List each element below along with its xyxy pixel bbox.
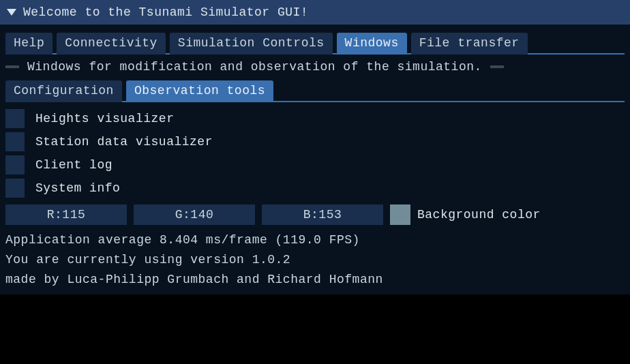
main-window: Welcome to the Tsunami Simulator GUI! He… [0, 0, 630, 294]
checkbox-label: System info [35, 181, 120, 195]
bg-color-swatch[interactable] [390, 204, 410, 225]
sub-tabbar: Configuration Observation tools [5, 80, 625, 102]
checkbox-heights-visualizer[interactable] [5, 109, 25, 128]
bg-color-g-field[interactable]: G:140 [134, 204, 255, 225]
checkbox-row-client-log: Client log [5, 155, 625, 175]
checkbox-system-info[interactable] [5, 179, 25, 198]
window-content: Help Connectivity Simulation Controls Wi… [0, 25, 630, 294]
window-title: Welcome to the Tsunami Simulator GUI! [23, 5, 308, 19]
checkbox-row-station-data-visualizer: Station data visualizer [5, 132, 625, 151]
tab-windows[interactable]: Windows [337, 33, 407, 55]
section-header-text: Windows for modification and observation… [27, 60, 482, 74]
status-block: Application average 8.404 ms/frame (119.… [5, 230, 625, 289]
observation-tools-panel: Heights visualizer Station data visualiz… [5, 109, 625, 198]
checkbox-row-system-info: System info [5, 179, 625, 198]
collapse-triangle-icon[interactable] [7, 9, 16, 16]
checkbox-label: Station data visualizer [35, 135, 213, 149]
status-perf-line: Application average 8.404 ms/frame (119.… [5, 230, 625, 250]
checkbox-client-log[interactable] [5, 155, 25, 175]
section-header: Windows for modification and observation… [5, 60, 625, 74]
bg-color-b-field[interactable]: B:153 [262, 204, 383, 225]
tab-help[interactable]: Help [5, 33, 52, 55]
checkbox-station-data-visualizer[interactable] [5, 132, 25, 151]
status-credits-line: made by Luca-Philipp Grumbach and Richar… [5, 270, 625, 290]
main-tabbar: Help Connectivity Simulation Controls Wi… [5, 33, 625, 55]
status-version-line: You are currently using version 1.0.2 [5, 250, 625, 270]
titlebar[interactable]: Welcome to the Tsunami Simulator GUI! [0, 0, 630, 25]
tab-simulation-controls[interactable]: Simulation Controls [170, 33, 333, 55]
subtab-configuration[interactable]: Configuration [5, 80, 122, 102]
rule-right-icon [490, 65, 504, 68]
bg-color-label: Background color [417, 208, 541, 222]
bg-color-r-field[interactable]: R:115 [5, 204, 127, 225]
rule-left-icon [5, 65, 19, 68]
checkbox-label: Heights visualizer [35, 112, 174, 125]
tab-file-transfer[interactable]: File transfer [411, 33, 528, 55]
checkbox-row-heights-visualizer: Heights visualizer [5, 109, 625, 128]
tab-connectivity[interactable]: Connectivity [57, 33, 166, 55]
background-color-editor: R:115 G:140 B:153 Background color [5, 204, 625, 225]
checkbox-label: Client log [35, 158, 112, 172]
subtab-observation-tools[interactable]: Observation tools [126, 80, 273, 102]
